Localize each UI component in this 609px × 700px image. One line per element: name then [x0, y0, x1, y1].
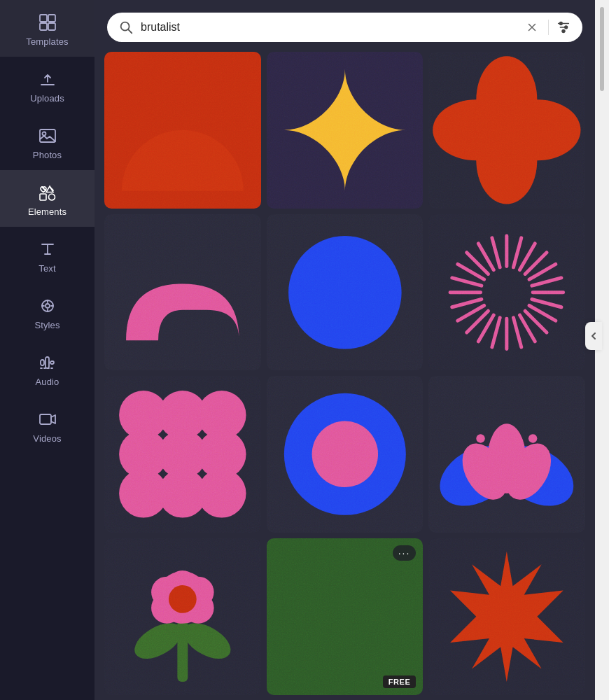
- search-filter-button[interactable]: [548, 20, 571, 35]
- svg-line-29: [532, 278, 561, 286]
- element-item-4[interactable]: [104, 214, 261, 371]
- svg-rect-0: [40, 15, 47, 22]
- svg-point-5: [42, 132, 46, 136]
- svg-line-25: [514, 237, 522, 267]
- sidebar-item-text[interactable]: Text: [0, 227, 94, 284]
- sidebar-item-styles[interactable]: Styles: [0, 284, 94, 340]
- svg-rect-1: [48, 15, 55, 22]
- styles-icon: [38, 296, 57, 316]
- svg-rect-11: [41, 360, 44, 365]
- videos-icon: [38, 410, 57, 429]
- svg-line-37: [492, 318, 500, 347]
- element-item-5[interactable]: [267, 214, 424, 371]
- element-item-12[interactable]: [428, 538, 585, 695]
- svg-rect-3: [48, 23, 55, 30]
- sidebar: Templates Uploads Photos: [0, 0, 94, 700]
- sidebar-label-elements: Elements: [28, 206, 66, 217]
- svg-line-43: [452, 278, 482, 286]
- svg-line-47: [492, 237, 500, 267]
- close-icon: [526, 21, 538, 34]
- sidebar-label-uploads: Uploads: [30, 93, 64, 104]
- element-item-2[interactable]: [267, 52, 424, 209]
- svg-point-58: [312, 421, 377, 487]
- svg-rect-76: [284, 556, 406, 678]
- templates-icon: [38, 13, 57, 32]
- audio-icon: [38, 353, 57, 372]
- svg-line-35: [514, 318, 522, 347]
- element-item-7[interactable]: [104, 376, 261, 533]
- element-item-11[interactable]: ··· FREE: [267, 538, 424, 695]
- svg-point-65: [528, 435, 537, 443]
- free-badge: FREE: [383, 676, 416, 688]
- scrollbar-thumb[interactable]: [600, 7, 604, 91]
- sidebar-item-photos[interactable]: Photos: [0, 113, 94, 170]
- right-panel: [595, 0, 609, 700]
- svg-rect-12: [46, 357, 49, 368]
- svg-point-56: [197, 469, 246, 518]
- collapse-panel-button[interactable]: [585, 322, 602, 350]
- svg-rect-14: [40, 414, 51, 424]
- element-item-6[interactable]: [428, 214, 585, 371]
- sidebar-label-audio: Audio: [36, 377, 59, 387]
- svg-rect-2: [40, 23, 47, 30]
- element-item-1[interactable]: [104, 52, 261, 209]
- elements-grid: ··· FREE: [104, 52, 585, 700]
- sidebar-item-videos[interactable]: Videos: [0, 397, 94, 454]
- main-panel: ··· FREE: [94, 0, 595, 700]
- sidebar-item-uploads[interactable]: Uploads: [0, 57, 94, 113]
- search-input[interactable]: [141, 21, 519, 34]
- element-item-9[interactable]: [428, 376, 585, 533]
- svg-rect-13: [50, 361, 54, 364]
- dots-menu[interactable]: ···: [393, 545, 416, 561]
- search-bar: [107, 13, 582, 42]
- elements-grid-container[interactable]: ··· FREE: [94, 52, 595, 700]
- search-clear-button[interactable]: [526, 21, 538, 34]
- sidebar-item-templates[interactable]: Templates: [0, 0, 94, 57]
- svg-point-22: [494, 99, 581, 160]
- element-item-3[interactable]: [428, 52, 585, 209]
- svg-rect-7: [40, 194, 46, 200]
- chevron-left-icon: [589, 331, 598, 341]
- photos-icon: [38, 126, 57, 146]
- svg-line-41: [452, 299, 482, 307]
- sidebar-label-templates: Templates: [26, 36, 68, 47]
- sidebar-item-elements[interactable]: Elements: [0, 170, 94, 227]
- svg-point-64: [477, 435, 485, 443]
- sidebar-label-text: Text: [38, 263, 55, 274]
- sidebar-label-styles: Styles: [34, 320, 59, 330]
- svg-point-10: [46, 304, 50, 308]
- svg-point-17: [565, 26, 568, 29]
- svg-point-16: [560, 22, 563, 25]
- svg-point-18: [562, 30, 565, 33]
- sidebar-label-photos: Photos: [33, 150, 62, 160]
- svg-line-31: [532, 299, 561, 307]
- svg-point-75: [169, 585, 197, 613]
- uploads-icon: [38, 69, 57, 89]
- sidebar-label-videos: Videos: [33, 433, 61, 444]
- element-item-10[interactable]: [104, 538, 261, 695]
- svg-point-8: [48, 194, 55, 200]
- svg-marker-77: [450, 552, 564, 682]
- filter-icon: [556, 20, 571, 35]
- svg-point-23: [288, 236, 402, 349]
- search-icon: [118, 20, 134, 35]
- elements-icon: [38, 183, 57, 202]
- text-icon: [38, 239, 57, 259]
- sidebar-item-audio[interactable]: Audio: [0, 340, 94, 397]
- element-item-8[interactable]: [267, 376, 424, 533]
